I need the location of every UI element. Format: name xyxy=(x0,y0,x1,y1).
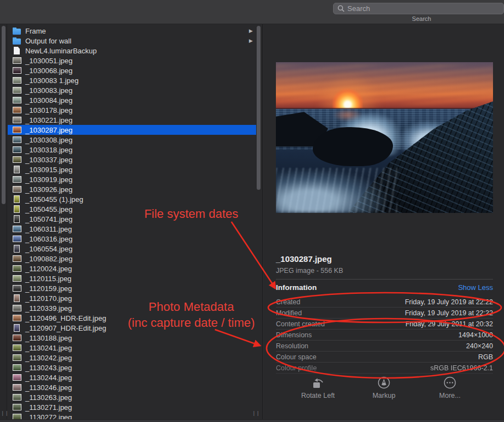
file-row[interactable]: _1050455 (1).jpeg xyxy=(8,194,256,204)
file-row[interactable]: _1130244.jpeg xyxy=(8,372,256,382)
info-row: CreatedFriday, 19 July 2019 at 22:22 xyxy=(276,297,493,308)
image-thumbnail-icon xyxy=(13,374,21,381)
info-label: Content created xyxy=(276,320,325,328)
file-row[interactable]: _1030051.jpeg xyxy=(8,56,256,65)
image-thumbnail-icon xyxy=(13,414,21,419)
file-name: _1030287.jpeg xyxy=(25,126,73,134)
rotate-left-button[interactable]: Rotate Left xyxy=(295,376,342,399)
file-row[interactable]: _1060311.jpeg xyxy=(8,224,256,234)
image-thumbnail-icon xyxy=(13,384,21,391)
image-thumbnail-icon xyxy=(13,87,21,94)
file-row[interactable]: _1050455.jpeg xyxy=(8,204,256,214)
file-row[interactable]: _1030084.jpeg xyxy=(8,95,256,105)
file-row[interactable]: _1120339.jpeg xyxy=(8,303,256,313)
file-row[interactable]: _1030221.jpeg xyxy=(8,115,256,125)
file-row[interactable]: _1030915.jpeg xyxy=(8,165,256,174)
show-less-link[interactable]: Show Less xyxy=(458,283,493,292)
file-row[interactable]: Output for wall▶ xyxy=(8,36,256,46)
file-name: _1130243.jpeg xyxy=(25,364,72,372)
file-row[interactable]: _1030318.jpeg xyxy=(8,145,256,155)
info-row: Dimensions1494×1000 xyxy=(276,330,493,341)
file-row[interactable]: _1060554.jpeg xyxy=(8,244,256,254)
file-list: Frame▶Output for wall▶NewL4.luminarBacku… xyxy=(8,26,256,419)
file-row[interactable]: Frame▶ xyxy=(8,26,256,36)
file-name: _1130272.jpeg xyxy=(25,413,72,420)
file-name: _1030318.jpeg xyxy=(25,146,73,154)
file-row[interactable]: _1130271.jpeg xyxy=(8,402,256,412)
image-thumbnail-icon xyxy=(14,294,20,302)
image-thumbnail-icon xyxy=(13,57,21,64)
file-name: _1130241.jpeg xyxy=(25,344,72,352)
file-name: _1050455.jpeg xyxy=(25,205,73,213)
file-name: _1030178.jpeg xyxy=(25,106,73,114)
previous-column-edge: || xyxy=(0,24,7,419)
file-row[interactable]: _1060316.jpeg xyxy=(8,234,256,244)
file-name: _1030083.jpeg xyxy=(25,86,73,95)
previous-column-scrollbar[interactable] xyxy=(2,26,5,204)
info-label: Modified xyxy=(276,309,302,317)
file-row[interactable]: _1130272.jpeg xyxy=(8,412,256,419)
image-thumbnail-icon xyxy=(13,275,21,282)
image-thumbnail-icon xyxy=(14,245,20,253)
file-name: _1030337.jpeg xyxy=(25,156,73,164)
file-name: _1130271.jpeg xyxy=(25,403,72,412)
chevron-right-icon[interactable]: ▶ xyxy=(249,38,253,43)
info-label: Colour space xyxy=(276,353,317,361)
file-row[interactable]: _1030919.jpeg xyxy=(8,174,256,184)
file-name: _1050455 (1).jpeg xyxy=(25,195,84,204)
column-resize-handle[interactable]: || xyxy=(252,410,261,416)
image-thumbnail-icon xyxy=(13,156,21,163)
file-row[interactable]: _1120159.jpeg xyxy=(8,283,256,293)
file-list-scrollbar[interactable] xyxy=(257,26,261,190)
file-row[interactable]: _1030068.jpeg xyxy=(8,65,256,75)
file-name: _1130246.jpeg xyxy=(25,383,72,392)
image-thumbnail-icon xyxy=(13,67,21,74)
info-value: Friday, 19 July 2019 at 22:22 xyxy=(405,309,493,317)
file-row[interactable]: _1050741.jpeg xyxy=(8,214,256,224)
file-row[interactable]: _1030287.jpeg xyxy=(8,125,256,135)
file-row[interactable]: _1030337.jpeg xyxy=(8,155,256,165)
preview-pane: _1030287.jpeg JPEG image - 556 KB Inform… xyxy=(264,24,504,419)
info-label: Created xyxy=(276,298,300,306)
more-button[interactable]: More... xyxy=(427,376,474,399)
file-row[interactable]: NewL4.luminarBackup xyxy=(8,46,256,56)
file-name: _1120115.jpeg xyxy=(25,275,71,283)
file-row[interactable]: _1030308.jpeg xyxy=(8,135,256,145)
info-row: ModifiedFriday, 19 July 2019 at 22:22 xyxy=(276,308,493,319)
file-name: _1130242.jpeg xyxy=(25,354,72,362)
file-row[interactable]: _1120496_HDR-Edit.jpeg xyxy=(8,313,256,323)
image-thumbnail-icon xyxy=(13,315,21,321)
info-label: Dimensions xyxy=(276,331,312,339)
file-row[interactable]: _1130246.jpeg xyxy=(8,382,256,392)
info-row: Content createdFriday, 29 July 2011 at 2… xyxy=(276,319,493,330)
file-row[interactable]: _1030083.jpeg xyxy=(8,85,256,95)
file-row[interactable]: _1030926.jpeg xyxy=(8,184,256,194)
file-name: _1030221.jpeg xyxy=(25,116,73,124)
file-row[interactable]: _1120907_HDR-Edit.jpeg xyxy=(8,323,256,333)
information-table: CreatedFriday, 19 July 2019 at 22:22Modi… xyxy=(276,297,493,374)
file-row[interactable]: _1030178.jpeg xyxy=(8,105,256,115)
file-row[interactable]: _1130241.jpeg xyxy=(8,343,256,353)
file-row[interactable]: _1120115.jpeg xyxy=(8,273,256,283)
file-name: _1030926.jpeg xyxy=(25,185,73,194)
preview-file-subtitle: JPEG image - 556 KB xyxy=(276,267,343,275)
file-row[interactable]: _1130242.jpeg xyxy=(8,353,256,363)
search-input[interactable]: Search xyxy=(333,3,504,14)
image-thumbnail-icon xyxy=(13,255,21,262)
image-thumbnail-icon xyxy=(13,97,21,103)
info-value: Friday, 29 July 2011 at 20:32 xyxy=(406,320,493,328)
file-row[interactable]: _1130243.jpeg xyxy=(8,363,256,372)
document-icon xyxy=(14,47,20,54)
file-row[interactable]: _1030083 1.jpeg xyxy=(8,75,256,85)
file-row[interactable]: _1130188.jpeg xyxy=(8,333,256,343)
markup-button[interactable]: Markup xyxy=(361,376,408,399)
folder-icon xyxy=(13,39,21,45)
file-row[interactable]: _1090882.jpeg xyxy=(8,254,256,264)
chevron-right-icon[interactable]: ▶ xyxy=(249,28,253,34)
file-row[interactable]: _1120170.jpeg xyxy=(8,293,256,303)
file-name: _1090882.jpeg xyxy=(25,255,73,263)
file-name: _1060316.jpeg xyxy=(25,235,73,243)
file-row[interactable]: _1130263.jpeg xyxy=(8,392,256,402)
file-name: _1060554.jpeg xyxy=(25,245,73,253)
file-row[interactable]: _1120024.jpeg xyxy=(8,264,256,273)
